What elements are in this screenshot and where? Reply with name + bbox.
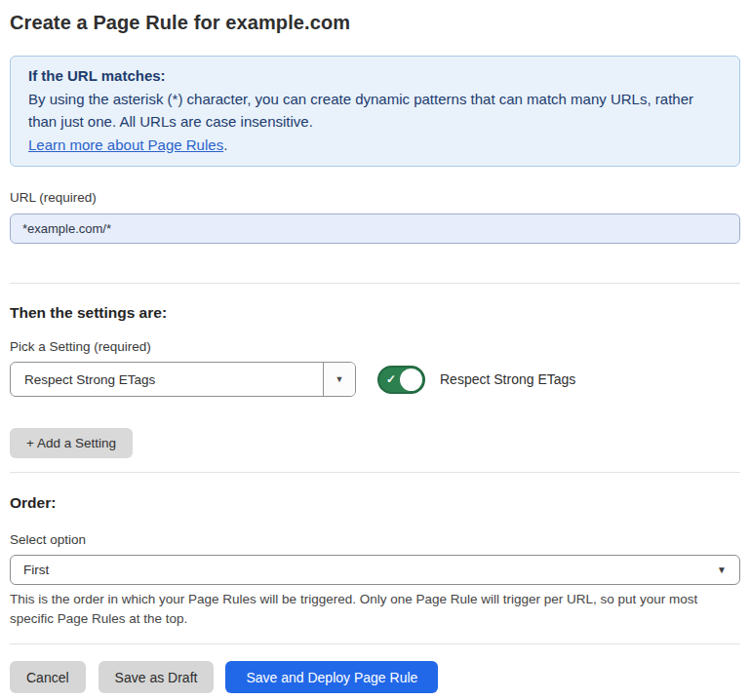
info-box-link-line: Learn more about Page Rules. — [28, 134, 722, 157]
setting-select-arrow-button[interactable]: ▼ — [323, 363, 355, 396]
info-box-body: By using the asterisk (*) character, you… — [28, 88, 722, 134]
divider — [10, 283, 740, 284]
page-rule-form: Create a Page Rule for example.com If th… — [0, 0, 750, 693]
page-title: Create a Page Rule for example.com — [10, 0, 740, 34]
order-select-label: Select option — [10, 532, 740, 548]
etags-toggle[interactable]: ✓ — [377, 366, 425, 394]
setting-select[interactable]: Respect Strong ETags ▼ — [10, 362, 356, 397]
url-input[interactable] — [10, 214, 740, 244]
pick-setting-label: Pick a Setting (required) — [10, 339, 740, 355]
toggle-knob — [400, 369, 422, 391]
check-icon: ✓ — [386, 373, 396, 385]
link-suffix: . — [223, 136, 227, 153]
divider — [10, 643, 740, 644]
etags-toggle-label: Respect Strong ETags — [440, 371, 575, 387]
learn-more-link[interactable]: Learn more about Page Rules — [28, 136, 223, 153]
footer-button-row: Cancel Save as Draft Save and Deploy Pag… — [10, 661, 740, 693]
cancel-button[interactable]: Cancel — [10, 661, 86, 693]
url-matches-info-box: If the URL matches: By using the asteris… — [10, 56, 740, 167]
info-box-heading: If the URL matches: — [28, 64, 722, 88]
order-section-heading: Order: — [10, 493, 740, 512]
url-field-label: URL (required) — [10, 190, 740, 206]
order-help-text: This is the order in which your Page Rul… — [10, 590, 731, 629]
order-select[interactable]: First ▼ — [10, 555, 740, 585]
chevron-down-icon: ▼ — [336, 374, 344, 384]
chevron-down-icon: ▼ — [717, 564, 727, 575]
add-setting-button[interactable]: + Add a Setting — [10, 428, 133, 458]
setting-select-value: Respect Strong ETags — [11, 363, 323, 396]
divider — [10, 472, 740, 473]
order-select-value: First — [23, 563, 717, 577]
setting-row: Respect Strong ETags ▼ ✓ Respect Strong … — [10, 362, 740, 397]
save-and-deploy-button[interactable]: Save and Deploy Page Rule — [225, 661, 438, 693]
save-as-draft-button[interactable]: Save as Draft — [99, 661, 215, 693]
settings-section-heading: Then the settings are: — [10, 303, 740, 322]
